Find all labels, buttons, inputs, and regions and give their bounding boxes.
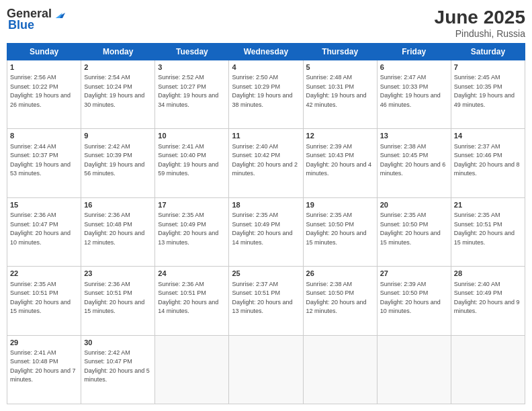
sunset-label: Sunset: 10:48 PM — [84, 221, 132, 228]
col-monday: Monday — [81, 44, 155, 60]
sunrise-label: Sunrise: 2:50 AM — [232, 74, 278, 81]
day-info: Sunrise: 2:35 AM Sunset: 10:49 PM Daylig… — [232, 211, 300, 247]
daylight-label: Daylight: 20 hours and 15 minutes. — [454, 230, 515, 246]
calendar-cell: 25 Sunrise: 2:37 AM Sunset: 10:51 PM Day… — [229, 267, 303, 335]
day-number: 3 — [158, 62, 226, 73]
day-number: 26 — [306, 269, 374, 279]
sunrise-label: Sunrise: 2:35 AM — [232, 212, 278, 218]
sunrise-label: Sunrise: 2:38 AM — [380, 143, 427, 150]
sunrise-label: Sunrise: 2:35 AM — [10, 281, 56, 287]
daylight-label: Daylight: 19 hours and 59 minutes. — [158, 161, 218, 177]
day-number: 13 — [380, 131, 448, 141]
day-info: Sunrise: 2:39 AM Sunset: 10:43 PM Daylig… — [306, 142, 374, 179]
day-number: 22 — [10, 269, 78, 279]
col-sunday: Sunday — [7, 44, 81, 60]
calendar-cell: 14 Sunrise: 2:37 AM Sunset: 10:46 PM Day… — [451, 129, 525, 197]
sunrise-label: Sunrise: 2:48 AM — [306, 74, 353, 81]
daylight-label: Daylight: 19 hours and 38 minutes. — [232, 92, 292, 108]
day-info: Sunrise: 2:38 AM Sunset: 10:45 PM Daylig… — [380, 142, 448, 179]
sunrise-label: Sunrise: 2:56 AM — [10, 74, 56, 81]
calendar-cell — [303, 335, 377, 404]
calendar-cell: 27 Sunrise: 2:39 AM Sunset: 10:50 PM Day… — [377, 267, 451, 335]
calendar-cell: 28 Sunrise: 2:40 AM Sunset: 10:49 PM Day… — [451, 267, 525, 335]
header: General Blue June 2025 Pindushi, Russia — [7, 7, 525, 39]
sunset-label: Sunset: 10:37 PM — [10, 152, 58, 158]
sunrise-label: Sunrise: 2:44 AM — [10, 143, 56, 150]
sunrise-label: Sunrise: 2:36 AM — [84, 212, 130, 218]
daylight-label: Daylight: 20 hours and 12 minutes. — [84, 230, 144, 246]
day-number: 12 — [306, 131, 374, 141]
sunset-label: Sunset: 10:43 PM — [306, 152, 355, 158]
sunset-label: Sunset: 10:51 PM — [454, 221, 502, 228]
calendar-cell: 11 Sunrise: 2:40 AM Sunset: 10:42 PM Day… — [229, 129, 303, 197]
day-number: 25 — [232, 269, 300, 279]
logo: General Blue — [7, 7, 68, 32]
daylight-label: Daylight: 19 hours and 34 minutes. — [158, 92, 218, 108]
daylight-label: Daylight: 19 hours and 49 minutes. — [454, 92, 515, 108]
title-block: June 2025 Pindushi, Russia — [435, 7, 525, 39]
calendar-header-row: Sunday Monday Tuesday Wednesday Thursday… — [7, 44, 525, 60]
daylight-label: Daylight: 19 hours and 26 minutes. — [10, 92, 71, 108]
day-number: 24 — [158, 269, 226, 279]
sunset-label: Sunset: 10:40 PM — [158, 152, 206, 158]
calendar-cell: 7 Sunrise: 2:45 AM Sunset: 10:35 PM Dayl… — [451, 60, 525, 129]
calendar-cell: 23 Sunrise: 2:36 AM Sunset: 10:51 PM Day… — [81, 267, 155, 335]
day-info: Sunrise: 2:36 AM Sunset: 10:51 PM Daylig… — [84, 280, 152, 316]
sunrise-label: Sunrise: 2:35 AM — [380, 212, 427, 218]
daylight-label: Daylight: 20 hours and 13 minutes. — [232, 299, 292, 315]
col-wednesday: Wednesday — [229, 44, 303, 60]
day-number: 28 — [454, 269, 522, 279]
sunrise-label: Sunrise: 2:35 AM — [306, 212, 353, 218]
daylight-label: Daylight: 19 hours and 42 minutes. — [306, 92, 367, 108]
sunrise-label: Sunrise: 2:39 AM — [306, 143, 353, 150]
sunset-label: Sunset: 10:35 PM — [454, 83, 502, 90]
day-number: 14 — [454, 131, 522, 141]
daylight-label: Daylight: 20 hours and 4 minutes. — [306, 161, 372, 177]
daylight-label: Daylight: 19 hours and 53 minutes. — [10, 161, 71, 177]
day-info: Sunrise: 2:35 AM Sunset: 10:51 PM Daylig… — [10, 280, 78, 316]
day-info: Sunrise: 2:44 AM Sunset: 10:37 PM Daylig… — [10, 142, 78, 179]
sunrise-label: Sunrise: 2:37 AM — [454, 143, 500, 150]
calendar-cell: 18 Sunrise: 2:35 AM Sunset: 10:49 PM Day… — [229, 197, 303, 266]
day-info: Sunrise: 2:36 AM Sunset: 10:48 PM Daylig… — [84, 211, 152, 247]
day-number: 10 — [158, 131, 226, 141]
day-number: 18 — [232, 200, 300, 210]
page-subtitle: Pindushi, Russia — [435, 28, 525, 39]
calendar-cell — [229, 335, 303, 404]
week-row-2: 15 Sunrise: 2:36 AM Sunset: 10:47 PM Day… — [7, 197, 525, 266]
sunset-label: Sunset: 10:48 PM — [10, 358, 58, 365]
sunset-label: Sunset: 10:51 PM — [158, 289, 206, 296]
sunrise-label: Sunrise: 2:39 AM — [380, 281, 427, 287]
day-info: Sunrise: 2:36 AM Sunset: 10:51 PM Daylig… — [158, 280, 226, 316]
calendar-cell: 22 Sunrise: 2:35 AM Sunset: 10:51 PM Day… — [7, 267, 81, 335]
day-info: Sunrise: 2:36 AM Sunset: 10:47 PM Daylig… — [10, 211, 78, 247]
col-tuesday: Tuesday — [155, 44, 229, 60]
day-info: Sunrise: 2:42 AM Sunset: 10:39 PM Daylig… — [84, 142, 152, 179]
sunset-label: Sunset: 10:33 PM — [380, 83, 429, 90]
day-number: 9 — [84, 131, 152, 141]
sunset-label: Sunset: 10:51 PM — [10, 289, 58, 296]
day-info: Sunrise: 2:52 AM Sunset: 10:27 PM Daylig… — [158, 73, 226, 109]
calendar-cell: 1 Sunrise: 2:56 AM Sunset: 10:22 PM Dayl… — [7, 60, 81, 129]
week-row-3: 22 Sunrise: 2:35 AM Sunset: 10:51 PM Day… — [7, 267, 525, 335]
day-number: 20 — [380, 200, 448, 210]
day-number: 19 — [306, 200, 374, 210]
calendar-cell: 26 Sunrise: 2:38 AM Sunset: 10:50 PM Day… — [303, 267, 377, 335]
week-row-4: 29 Sunrise: 2:41 AM Sunset: 10:48 PM Day… — [7, 335, 525, 404]
day-number: 7 — [454, 62, 522, 73]
daylight-label: Daylight: 20 hours and 2 minutes. — [232, 161, 298, 177]
sunrise-label: Sunrise: 2:47 AM — [380, 74, 427, 81]
daylight-label: Daylight: 20 hours and 15 minutes. — [10, 299, 71, 315]
daylight-label: Daylight: 20 hours and 15 minutes. — [84, 299, 144, 315]
calendar-cell: 3 Sunrise: 2:52 AM Sunset: 10:27 PM Dayl… — [155, 60, 229, 129]
day-number: 27 — [380, 269, 448, 279]
daylight-label: Daylight: 20 hours and 12 minutes. — [306, 299, 367, 315]
day-info: Sunrise: 2:35 AM Sunset: 10:50 PM Daylig… — [306, 211, 374, 247]
day-info: Sunrise: 2:37 AM Sunset: 10:51 PM Daylig… — [232, 280, 300, 316]
calendar-cell: 8 Sunrise: 2:44 AM Sunset: 10:37 PM Dayl… — [7, 129, 81, 197]
sunset-label: Sunset: 10:24 PM — [84, 83, 132, 90]
day-number: 1 — [10, 62, 78, 73]
logo-icon — [53, 6, 68, 21]
sunrise-label: Sunrise: 2:40 AM — [232, 143, 278, 150]
calendar-cell: 2 Sunrise: 2:54 AM Sunset: 10:24 PM Dayl… — [81, 60, 155, 129]
